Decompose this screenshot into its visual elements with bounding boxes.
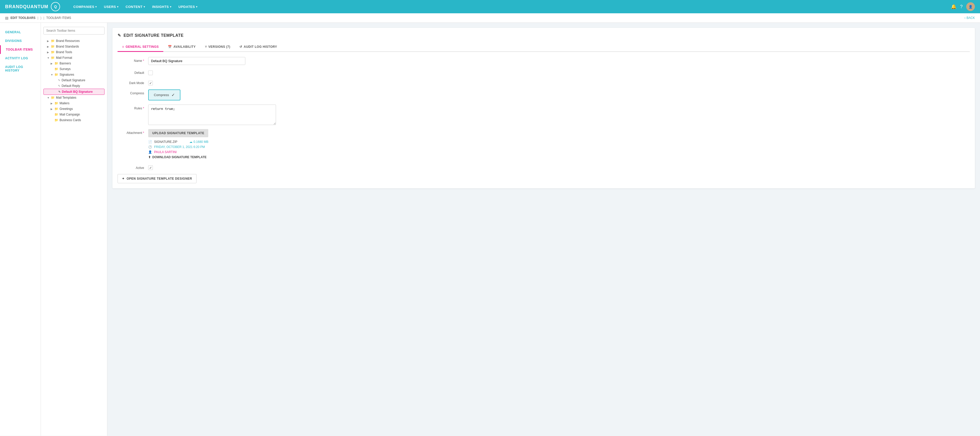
tabs: ≡ GENERAL SETTINGS 📅 AVAILABILITY ⑂ VERS… (118, 43, 970, 52)
tab-audit-log[interactable]: ↺ AUDIT LOG HISTORY (235, 43, 282, 52)
folder-icon: 📁 (54, 67, 58, 71)
sidebar-item-divisions[interactable]: DIVISIONS (0, 37, 41, 45)
chevron-down-icon: ▾ (196, 5, 197, 8)
clock-icon: 🕐 (148, 145, 152, 149)
default-checkbox[interactable] (148, 70, 153, 75)
tree-item-signatures[interactable]: ▼ 📁 Signatures (43, 72, 105, 78)
name-input[interactable] (148, 57, 245, 65)
bell-icon[interactable]: 🔔 (951, 4, 956, 10)
folder-icon: 📁 (51, 96, 55, 99)
tree-item-mail-campaign[interactable]: ▶ 📁 Mail Campaign (43, 112, 105, 117)
main-content: ✎ EDIT SIGNATURE TEMPLATE ≡ GENERAL SETT… (107, 23, 980, 436)
folder-icon: 📁 (54, 62, 58, 65)
nav-updates[interactable]: UPDATES ▾ (175, 3, 200, 10)
folder-icon: 📁 (51, 56, 55, 60)
file-name: SIGNATURE.ZIP (154, 140, 177, 144)
tab-general-settings[interactable]: ≡ GENERAL SETTINGS (118, 43, 163, 52)
chevron-right-icon: ▶ (47, 45, 49, 48)
tree-item-surveys[interactable]: ▶ 📁 Surveys (43, 66, 105, 72)
compress-check-icon: ✓ (172, 92, 175, 97)
search-input[interactable] (43, 27, 105, 35)
file-size: ☁ 0.1680 MB (189, 140, 208, 144)
breadcrumb-icon: ▤ (5, 16, 8, 20)
chevron-right-icon: ▶ (51, 108, 53, 110)
cloud-icon: ☁ (189, 140, 192, 144)
tree-item-greetings[interactable]: ▶ 📁 Greetings (43, 106, 105, 112)
sidebar-item-general[interactable]: GENERAL (0, 28, 41, 37)
user-icon: 👤 (148, 150, 152, 154)
active-label: Active (118, 164, 148, 170)
tree-item-mail-format[interactable]: ▼ 📁 Mail Format (43, 55, 105, 60)
tab-availability[interactable]: 📅 AVAILABILITY (163, 43, 200, 52)
nav-companies[interactable]: COMPANIES ▾ (70, 3, 100, 10)
attachment-label: Attachment * (118, 129, 148, 135)
rules-label: Rules * (118, 105, 148, 110)
active-checkbox[interactable]: ✓ (148, 165, 153, 170)
file-date: FRIDAY, OCTOBER 1, 2021 6:20 PM (154, 145, 205, 149)
chevron-down-icon: ▼ (51, 73, 53, 76)
compress-toggle[interactable]: Compress ✓ (148, 89, 180, 100)
nav-users[interactable]: USERS ▾ (101, 3, 122, 10)
file-date-row: 🕐 FRIDAY, OCTOBER 1, 2021 6:20 PM (148, 145, 208, 150)
breadcrumb-toolbar-items: TOOLBAR ITEMS (46, 16, 71, 20)
tree-item-default-reply[interactable]: ▶ ✎ Default Reply (43, 83, 105, 89)
tree-item-default-signature[interactable]: ▶ ✎ Default Signature (43, 78, 105, 83)
folder-icon: 📁 (51, 39, 55, 43)
upload-signature-button[interactable]: UPLOAD SIGNATURE TEMPLATE (148, 129, 208, 137)
edit-panel-title: EDIT SIGNATURE TEMPLATE (124, 33, 184, 38)
form-row-name: Name * (118, 57, 970, 65)
dark-mode-checkbox[interactable]: ✓ (148, 81, 153, 85)
file-name-row: 📄 SIGNATURE.ZIP ☁ 0.1680 MB (148, 139, 208, 145)
download-signature-link[interactable]: ⬆ DOWNLOAD SIGNATURE TEMPLATE (148, 154, 208, 160)
folder-icon: 📁 (54, 118, 58, 122)
form-row-compress: Compress Compress ✓ (118, 89, 970, 100)
back-button[interactable]: ‹ BACK (964, 16, 975, 20)
required-star: * (143, 59, 144, 63)
tree-item-mailers[interactable]: ▶ 📁 Mailers (43, 100, 105, 106)
tree-item-banners[interactable]: ▶ 📁 Banners (43, 60, 105, 66)
tree-item-brand-standards[interactable]: ▶ 📁 Brand Standards (43, 44, 105, 49)
sidebar-item-toolbar-items[interactable]: TOOLBAR ITEMS (0, 45, 41, 54)
sidebar-item-audit-log[interactable]: AUDIT LOG HISTORY (0, 63, 41, 75)
calendar-icon: 📅 (168, 45, 172, 49)
tree-panel: ▶ 📁 Brand Resources ▶ 📁 Brand Standards … (41, 23, 107, 436)
tree-item-brand-tools[interactable]: ▶ 📁 Brand Tools (43, 49, 105, 55)
edit-panel: ✎ EDIT SIGNATURE TEMPLATE ≡ GENERAL SETT… (113, 28, 975, 188)
form-row-attachment: Attachment * UPLOAD SIGNATURE TEMPLATE 📄… (118, 129, 970, 160)
sidebar-item-activity-log[interactable]: ACTIVITY LOG (0, 54, 41, 63)
file-icon: 📄 (148, 140, 152, 144)
versions-icon: ⑂ (205, 45, 207, 49)
edit-icon: ✎ (58, 79, 60, 82)
default-label: Default (118, 69, 148, 75)
file-info: 📄 SIGNATURE.ZIP ☁ 0.1680 MB 🕐 FRIDAY, OC… (148, 139, 208, 160)
nav-insights[interactable]: INSIGHTS ▾ (149, 3, 174, 10)
tree-item-brand-resources[interactable]: ▶ 📁 Brand Resources (43, 38, 105, 44)
chevron-down-icon: ▾ (95, 5, 97, 8)
required-star: * (143, 107, 144, 110)
edit-icon: ✎ (58, 90, 60, 94)
tree-item-default-bq-signature[interactable]: ▶ ✎ Default BQ Signature (43, 89, 105, 95)
settings-icon: ≡ (122, 45, 124, 49)
compress-label: Compress (118, 89, 148, 95)
tree-item-business-cards[interactable]: ▶ 📁 Business Cards (43, 117, 105, 123)
chevron-down-icon: ▼ (47, 96, 49, 99)
chevron-down-icon: ▾ (143, 5, 145, 8)
open-designer-button[interactable]: ✦ OPEN SIGNATURE TEMPLATE DESIGNER (118, 174, 197, 183)
edit-icon: ✎ (58, 84, 60, 88)
form-row-dark-mode: Dark Mode ✓ (118, 79, 970, 85)
avatar[interactable]: 👤 (966, 2, 975, 11)
chevron-left-icon: ‹ (964, 16, 966, 20)
history-icon: ↺ (239, 45, 242, 49)
nav-content[interactable]: CONTENT ▾ (123, 3, 148, 10)
breadcrumb: ▤ EDIT TOOLBARS | ) | TOOLBAR ITEMS ‹ BA… (0, 13, 980, 23)
chevron-right-icon: ▶ (47, 40, 49, 43)
designer-icon: ✦ (122, 177, 125, 180)
tree-item-mail-templates[interactable]: ▼ 📁 Mail Templates (43, 95, 105, 100)
rules-textarea[interactable]: return true; (148, 105, 276, 125)
breadcrumb-edit-toolbars[interactable]: EDIT TOOLBARS (11, 16, 35, 20)
breadcrumb-sep2: | (43, 16, 44, 20)
folder-icon: 📁 (54, 107, 58, 111)
chevron-right-icon: ▶ (51, 102, 53, 105)
tab-versions[interactable]: ⑂ VERSIONS (7) (200, 43, 235, 52)
help-icon[interactable]: ? (960, 4, 963, 10)
